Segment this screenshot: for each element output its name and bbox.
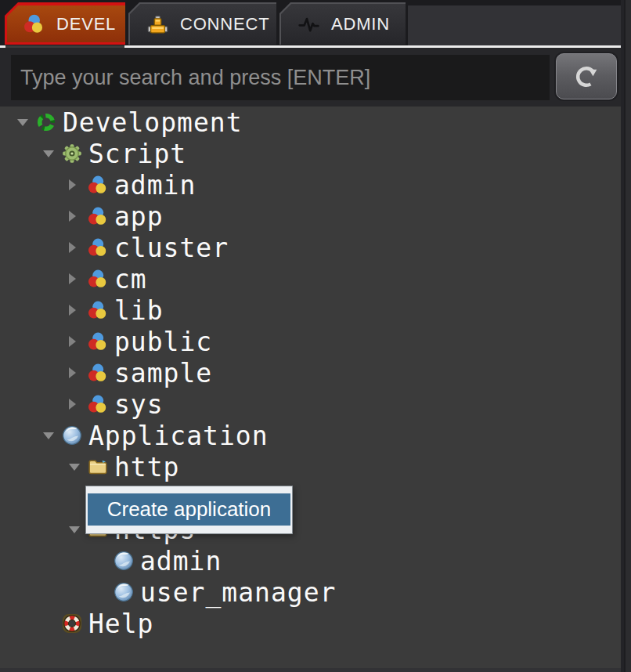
- collapse-arrow-icon[interactable]: [69, 451, 88, 482]
- tab-connect[interactable]: CONNECT: [128, 2, 276, 45]
- expand-arrow-icon[interactable]: [69, 232, 88, 263]
- tab-devel-label: DEVEL: [56, 14, 116, 34]
- tree-item-application[interactable]: Application: [0, 420, 621, 451]
- expand-arrow-icon[interactable]: [69, 263, 88, 294]
- tree-item-user-manager[interactable]: user_manager: [0, 576, 621, 608]
- tree-item-label: sample: [114, 358, 212, 388]
- globe-icon: [114, 551, 134, 571]
- globe-icon: [62, 425, 82, 446]
- tree-item-cluster[interactable]: cluster: [0, 232, 621, 263]
- expand-arrow-icon[interactable]: [69, 294, 88, 326]
- expand-arrow-icon[interactable]: [69, 201, 88, 232]
- tree-item-label: Application: [88, 421, 269, 451]
- context-menu: Create application: [85, 486, 293, 534]
- tree-item-admin[interactable]: admin: [0, 169, 621, 201]
- tab-devel[interactable]: DEVEL: [5, 2, 125, 45]
- expand-arrow-icon[interactable]: [69, 357, 88, 388]
- tab-connect-label: CONNECT: [180, 14, 269, 34]
- tree-panel: DevelopmentScriptadminappclustercmlibpub…: [0, 107, 621, 672]
- palette-icon: [88, 175, 108, 195]
- tree-item-label: http: [114, 452, 179, 482]
- tab-admin-label: ADMIN: [331, 14, 390, 34]
- palette-icon: [88, 394, 108, 414]
- tree-item-script[interactable]: Script: [0, 138, 621, 169]
- tree-item-label: admin: [140, 546, 222, 576]
- panel-edge: [621, 0, 631, 672]
- tab-bar: DEVEL CONNECT ADMIN: [0, 0, 631, 45]
- panel-bottom-edge: [0, 668, 621, 672]
- palette-icon: [88, 206, 108, 226]
- tab-connect-fill: CONNECT: [130, 4, 276, 45]
- tree-item-admin[interactable]: admin: [0, 545, 621, 576]
- tree-item-help[interactable]: Help: [0, 608, 621, 639]
- folder-icon: [88, 457, 108, 477]
- tree-item-sys[interactable]: sys: [0, 388, 621, 420]
- tree-item-http[interactable]: http: [0, 451, 621, 482]
- palette-icon: [23, 13, 45, 34]
- refresh-button[interactable]: [556, 53, 617, 99]
- expand-arrow-icon[interactable]: [69, 169, 88, 201]
- active-tab-connector: [5, 45, 124, 48]
- expand-arrow-icon[interactable]: [69, 326, 88, 357]
- tree-item-label: admin: [114, 170, 196, 201]
- collapse-arrow-icon[interactable]: [43, 420, 62, 451]
- tree-item-label: sys: [114, 389, 164, 420]
- palette-icon: [88, 331, 108, 352]
- tab-admin-fill: ADMIN: [281, 4, 406, 45]
- refresh-icon: [572, 63, 600, 91]
- tree-item-label: lib: [114, 295, 164, 326]
- tree-item-label: user_manager: [140, 577, 336, 608]
- palette-icon: [88, 237, 108, 258]
- tree-item-sample[interactable]: sample: [0, 357, 621, 388]
- palette-icon: [88, 363, 108, 383]
- menu-item-create-application[interactable]: Create application: [88, 493, 290, 526]
- tree-item-lib[interactable]: lib: [0, 294, 621, 326]
- tree-item-label: Development: [63, 107, 243, 138]
- search-input[interactable]: [11, 55, 550, 100]
- tab-admin[interactable]: ADMIN: [279, 2, 406, 45]
- tree-item-label: cm: [114, 264, 147, 294]
- app-window: DEVEL CONNECT ADMIN: [0, 0, 631, 672]
- tree-item-label: Script: [88, 139, 186, 169]
- tree-item-cm[interactable]: cm: [0, 263, 621, 294]
- tree-item-label: Help: [88, 609, 153, 639]
- tree-item-label: app: [114, 201, 164, 232]
- collapse-arrow-icon[interactable]: [43, 138, 62, 169]
- tree-item-label: public: [114, 327, 212, 357]
- gear-icon: [62, 143, 82, 164]
- lifebuoy-icon: [62, 613, 82, 634]
- recycle-icon: [36, 112, 56, 132]
- expand-arrow-icon[interactable]: [69, 388, 88, 420]
- arrow-spacer: [43, 608, 62, 639]
- tree-item-app[interactable]: app: [0, 201, 621, 232]
- tab-devel-fill: DEVEL: [7, 5, 125, 42]
- pulse-icon: [298, 14, 319, 35]
- arrow-spacer: [95, 576, 114, 608]
- globe-icon: [114, 582, 134, 602]
- connector-icon: [147, 14, 168, 35]
- tree-item-development[interactable]: Development: [0, 107, 621, 138]
- tree-item-public[interactable]: public: [0, 326, 621, 357]
- arrow-spacer: [95, 545, 114, 576]
- palette-icon: [88, 269, 108, 289]
- tree-item-label: cluster: [114, 233, 229, 263]
- palette-icon: [88, 300, 108, 320]
- collapse-arrow-icon[interactable]: [17, 107, 36, 138]
- search-bar: [0, 48, 621, 107]
